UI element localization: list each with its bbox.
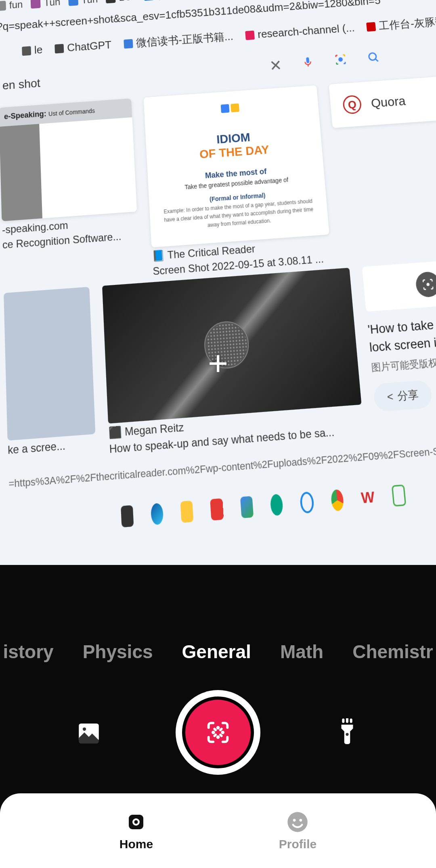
result-card-quora: Q Quora — [329, 75, 436, 128]
microphone-image — [102, 268, 362, 423]
lens-circle-icon — [415, 271, 436, 297]
chrome-icon — [331, 489, 344, 511]
app-icon — [240, 496, 253, 518]
subject-tab-math[interactable]: Math — [280, 641, 323, 663]
tab-favicon — [31, 0, 41, 8]
app-icon — [391, 484, 406, 506]
nav-profile-label: Profile — [279, 837, 317, 851]
bookmark-icon — [22, 46, 31, 56]
svg-point-10 — [346, 733, 348, 736]
tab-favicon — [143, 0, 153, 1]
quora-title-text: How to take a scree — [369, 314, 436, 336]
search-query-text: en shot — [2, 76, 40, 92]
share-icon: < — [386, 390, 394, 403]
bookmark-label: ChatGPT — [67, 38, 112, 54]
svg-point-15 — [300, 819, 302, 822]
subject-tab-physics[interactable]: Physics — [83, 641, 153, 663]
svg-point-0 — [338, 57, 343, 62]
share-button: < 分享 — [373, 380, 433, 412]
subject-tab-history[interactable]: istory — [3, 641, 53, 663]
quora-label: Quora — [371, 94, 407, 110]
subject-tab-chemistry[interactable]: Chemistr — [352, 641, 433, 663]
search-icon — [300, 491, 314, 513]
bookmark-label: 微信读书-正版书籍... — [136, 29, 234, 50]
camera-viewfinder: fun Tun Tun Bes (6) Ans Ans 上汗 ?q=speak+… — [0, 0, 436, 807]
nav-profile[interactable]: Profile — [279, 811, 317, 851]
camera-controls — [0, 690, 436, 775]
shutter-inner — [182, 696, 254, 768]
result-col-3: Q Quora — [329, 75, 436, 264]
result-small: ke a scree... — [4, 287, 96, 463]
gallery-button[interactable] — [75, 718, 103, 747]
bottom-navigation: Home Profile — [0, 793, 436, 868]
svg-point-9 — [83, 728, 86, 731]
image-results-grid: e-Speaking: Ust of Commands -speaking.co… — [0, 69, 436, 294]
taskbar-icon — [121, 505, 134, 527]
result-card-idiom: IDIOM OF THE DAY Make the most of Take t… — [144, 85, 329, 247]
subject-tab-general[interactable]: General — [182, 641, 251, 663]
svg-point-7 — [426, 282, 430, 286]
close-icon: ✕ — [269, 56, 283, 76]
mic-graphic — [189, 301, 272, 389]
bookmark: 微信读书-正版书籍... — [124, 29, 234, 51]
app-icon — [270, 494, 283, 516]
explorer-icon — [180, 500, 194, 523]
shutter-button[interactable] — [176, 690, 260, 775]
result-card-espeaking: e-Speaking: Ust of Commands — [0, 98, 137, 221]
tab-label: Tun — [44, 0, 61, 8]
search-icon — [367, 50, 381, 69]
nav-home-label: Home — [119, 837, 153, 851]
svg-point-13 — [288, 812, 308, 832]
wps-icon: W — [360, 487, 375, 509]
result-col-2: IDIOM OF THE DAY Make the most of Take t… — [144, 85, 332, 277]
subtitle-text: Ust of Commands — [48, 107, 95, 117]
bookmark-label: 工作台-灰豚数据红... — [378, 12, 436, 33]
nav-home[interactable]: Home — [119, 811, 153, 851]
bookmark-label: le — [34, 43, 43, 56]
scan-icon — [204, 718, 232, 747]
svg-point-14 — [293, 819, 296, 822]
tab-label: Bes — [119, 0, 136, 3]
quora-icon: Q — [342, 95, 362, 115]
browser-tab: Bes — [105, 0, 136, 5]
bookmark: le — [22, 42, 43, 58]
result-quora-detail: 'How to take a scree lock screen in an A… — [362, 257, 436, 435]
edge-icon — [151, 503, 164, 525]
result-col-1: e-Speaking: Ust of Commands -speaking.co… — [0, 98, 140, 289]
laptop-screen-content: fun Tun Tun Bes (6) Ans Ans 上汗 ?q=speak+… — [0, 0, 436, 613]
app-icon — [210, 498, 224, 520]
bookmark: ChatGPT — [55, 38, 112, 56]
tab-label: (6) — [156, 0, 169, 1]
profile-icon — [286, 811, 309, 833]
tab-label: Tun — [81, 0, 98, 6]
phone-image — [4, 287, 95, 440]
browser-tab: Tun — [68, 0, 98, 8]
bookmark-icon — [55, 44, 64, 53]
idiom-icon — [221, 103, 243, 126]
svg-line-2 — [375, 59, 378, 62]
result-mic: ⬛ Megan Reitz How to speak-up and say wh… — [102, 268, 365, 456]
subject-selector[interactable]: istory Physics General Math Chemistr — [0, 641, 436, 663]
bookmark-icon — [245, 30, 255, 40]
browser-tab: fun — [0, 0, 23, 13]
browser-tab: (6) — [143, 0, 169, 2]
mic-icon — [302, 54, 314, 74]
home-icon — [125, 811, 147, 833]
flash-button[interactable] — [333, 718, 361, 747]
lens-badge — [362, 257, 436, 312]
tab-favicon — [0, 1, 6, 11]
flashlight-icon — [335, 718, 359, 747]
crosshair-icon: + — [208, 343, 228, 383]
bookmark: research-channel (... — [245, 21, 355, 42]
tab-favicon — [68, 0, 78, 6]
bookmark-icon — [124, 39, 133, 48]
bookmark-icon — [366, 22, 376, 31]
svg-point-12 — [134, 820, 138, 824]
gallery-icon — [75, 719, 102, 746]
bookmark: 工作台-灰豚数据红... — [366, 12, 436, 34]
share-label: 分享 — [397, 387, 419, 404]
bookmark-label: research-channel (... — [257, 21, 355, 41]
browser-tab: Tun — [31, 0, 61, 10]
title-text: e-Speaking: — [4, 109, 46, 121]
tab-label: fun — [9, 0, 23, 11]
